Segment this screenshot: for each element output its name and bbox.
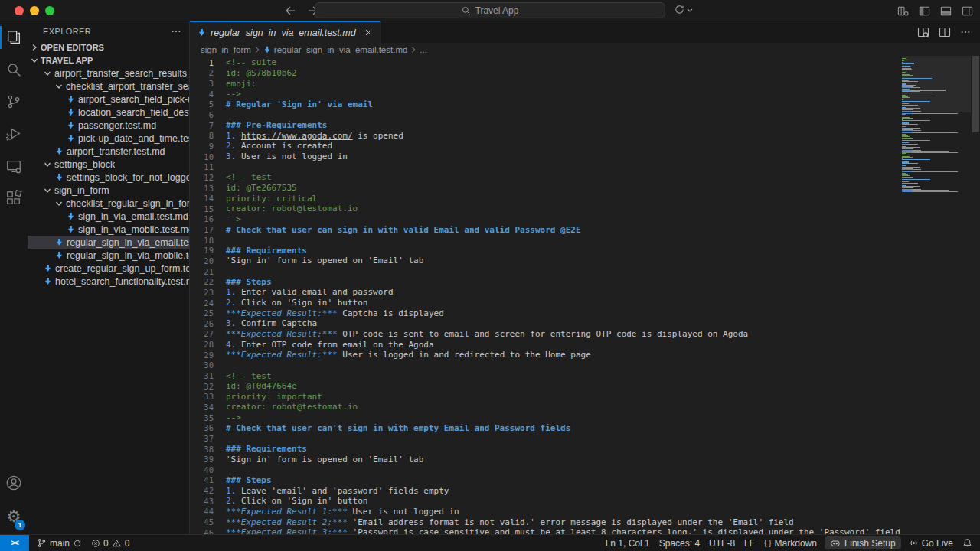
- workspace-root-folder[interactable]: TRAVEL APP: [28, 54, 189, 67]
- code-line[interactable]: 38### Requirements: [190, 444, 896, 455]
- code-line[interactable]: 20'Sign in' form is opened on 'Email' ta…: [190, 256, 896, 266]
- remote-explorer-icon[interactable]: [0, 150, 28, 182]
- tree-item[interactable]: checklist_airport_transfer_search_fie...: [28, 80, 189, 93]
- language-mode[interactable]: { } Markdown: [760, 535, 822, 551]
- tree-item[interactable]: pick-up_date_and_time.test.md: [28, 132, 189, 145]
- code-line[interactable]: 421. Leave 'email' and 'password' fields…: [190, 485, 896, 496]
- tree-item[interactable]: checklist_regular_sign_in_form_field...: [28, 197, 189, 210]
- tree-item[interactable]: regular_sign_in_via_mobile.test.md: [28, 249, 189, 262]
- code-line[interactable]: 16-->: [190, 214, 896, 225]
- code-line[interactable]: 39'Sign in' form is opened on 'Email' ta…: [190, 454, 896, 465]
- editor-more-actions-icon[interactable]: [960, 27, 971, 37]
- indentation[interactable]: Spaces: 4: [655, 535, 704, 551]
- code-line[interactable]: 31<!-- test: [190, 370, 896, 381]
- open-editors-section[interactable]: OPEN EDITORS: [28, 41, 189, 54]
- tab-close-icon[interactable]: [365, 29, 372, 36]
- toggle-primary-sidebar-icon[interactable]: [917, 4, 931, 18]
- code-line[interactable]: 19### Requirements: [190, 246, 896, 256]
- tree-item[interactable]: airport_search_field_pick-up_airpor...: [28, 93, 189, 106]
- settings-gear-icon[interactable]: ⚙ 1: [0, 499, 28, 534]
- source-control-icon[interactable]: [0, 86, 28, 118]
- split-editor-icon[interactable]: [939, 26, 951, 38]
- code-line[interactable]: 15creator: robot@testomat.io: [190, 204, 896, 214]
- tree-item[interactable]: airport_transfer.test.md: [28, 145, 189, 158]
- go-back-icon[interactable]: [282, 4, 299, 18]
- tree-item[interactable]: settings_block_for_not_logged-in_us...: [28, 171, 189, 184]
- toggle-panel-icon[interactable]: [939, 4, 952, 18]
- code-line[interactable]: 284. Enter OTP code from email on the Ag…: [190, 339, 896, 350]
- finish-setup-button[interactable]: Finish Setup: [825, 536, 901, 549]
- explorer-more-actions-icon[interactable]: [171, 26, 181, 37]
- toggle-secondary-sidebar-icon[interactable]: [960, 4, 974, 18]
- tree-item[interactable]: sign_in_via_email.test.md: [28, 210, 189, 223]
- open-preview-icon[interactable]: [917, 26, 929, 38]
- code-line[interactable]: 45***Expected Result 2:*** 'Email addres…: [190, 517, 896, 527]
- code-line[interactable]: 18: [190, 235, 896, 246]
- code-line[interactable]: 7### Pre-Requirements: [190, 120, 896, 131]
- minimap[interactable]: [902, 58, 971, 192]
- tree-item[interactable]: location_search_field_destination_l...: [28, 106, 189, 119]
- code-line[interactable]: 3emoji:: [190, 78, 896, 89]
- extensions-icon[interactable]: [0, 182, 28, 214]
- explorer-icon[interactable]: [0, 21, 28, 54]
- code-line[interactable]: 263. Confirm Captcha: [190, 318, 896, 329]
- close-window-button[interactable]: [15, 6, 24, 15]
- tree-item[interactable]: hotel_search_functionality.test.md: [28, 275, 189, 288]
- code-line[interactable]: 4-->: [190, 89, 896, 99]
- code-line[interactable]: 14priority: critical: [190, 193, 896, 204]
- code-line[interactable]: 37: [190, 433, 896, 444]
- code-line[interactable]: 29***Expected Result:*** User is logged …: [190, 350, 896, 360]
- tree-item[interactable]: settings_block: [28, 158, 189, 171]
- tree-item[interactable]: regular_sign_in_via_email.test.md: [28, 236, 189, 249]
- code-line[interactable]: 92. Account is created: [190, 141, 896, 152]
- minimize-window-button[interactable]: [30, 6, 39, 15]
- search-sidebar-icon[interactable]: [0, 54, 28, 86]
- code-line[interactable]: 21: [190, 266, 896, 277]
- remote-indicator[interactable]: ><: [0, 535, 29, 551]
- breadcrumb-folder[interactable]: sign_in_form: [201, 45, 251, 54]
- code-line[interactable]: 6: [190, 109, 896, 120]
- code-line[interactable]: 27***Expected Result:*** OTP code is sen…: [190, 329, 896, 340]
- code-line[interactable]: 1<!-- suite: [190, 57, 896, 68]
- code-line[interactable]: 33priority: important: [190, 392, 896, 403]
- eol-sequence[interactable]: LF: [740, 535, 760, 551]
- code-line[interactable]: 44***Expected Result 1:*** User is not l…: [190, 507, 896, 517]
- customize-layout-icon[interactable]: [896, 4, 910, 18]
- code-line[interactable]: 25***Expected Result:*** Captcha is disp…: [190, 308, 896, 318]
- tree-item[interactable]: create_regular_sign_up_form.test.md: [28, 262, 189, 275]
- tree-item[interactable]: sign_in_via_mobile.test.md: [28, 223, 189, 236]
- code-line[interactable]: 40: [190, 465, 896, 475]
- notifications-bell-icon[interactable]: [958, 535, 980, 551]
- go-live-button[interactable]: Go Live: [904, 535, 958, 551]
- sync-dropdown-icon[interactable]: [674, 4, 693, 15]
- vertical-scrollbar[interactable]: [972, 56, 979, 132]
- problems-item[interactable]: 0 0: [87, 535, 134, 551]
- code-line[interactable]: 13id: @Te2667535: [190, 183, 896, 194]
- code-line[interactable]: 432. Click on 'Sign in' button: [190, 496, 896, 507]
- encoding[interactable]: UTF-8: [704, 535, 740, 551]
- code-line[interactable]: 231. Enter valid email and password: [190, 287, 896, 298]
- code-line[interactable]: 242. Click on 'Sign in' button: [190, 298, 896, 308]
- code-line[interactable]: 2id: @S78b10b62: [190, 68, 896, 79]
- git-branch-item[interactable]: main: [29, 535, 87, 551]
- code-line[interactable]: 41### Steps: [190, 475, 896, 486]
- code-line[interactable]: 46***Expected Result 3:*** 'Password is …: [190, 527, 896, 534]
- breadcrumb-symbol[interactable]: ...: [420, 45, 427, 54]
- code-line[interactable]: 17# Check that user can sign in with val…: [190, 224, 896, 235]
- tree-item[interactable]: airport_transfer_search_results: [28, 67, 189, 80]
- code-line[interactable]: 36# Check that user can't sign in with e…: [190, 422, 896, 433]
- code-line[interactable]: 103. User is not logged in: [190, 152, 896, 162]
- code-line[interactable]: 22### Steps: [190, 276, 896, 287]
- code-line[interactable]: 35-->: [190, 412, 896, 423]
- command-center-search[interactable]: Travel App: [315, 2, 665, 18]
- zoom-window-button[interactable]: [45, 6, 54, 15]
- code-line[interactable]: 30: [190, 360, 896, 371]
- code-line[interactable]: 81. https://www.agoda.com/ is opened: [190, 130, 896, 141]
- account-icon[interactable]: [0, 467, 28, 499]
- code-line[interactable]: 5# Regular 'Sign in' via email: [190, 99, 896, 110]
- code-line[interactable]: 11: [190, 161, 896, 172]
- code-editor[interactable]: 1<!-- suite2id: @S78b10b623emoji:4-->5# …: [190, 56, 980, 534]
- cursor-position[interactable]: Ln 1, Col 1: [601, 535, 655, 551]
- tree-item[interactable]: passenger.test.md: [28, 119, 189, 132]
- tree-item[interactable]: sign_in_form: [28, 184, 189, 197]
